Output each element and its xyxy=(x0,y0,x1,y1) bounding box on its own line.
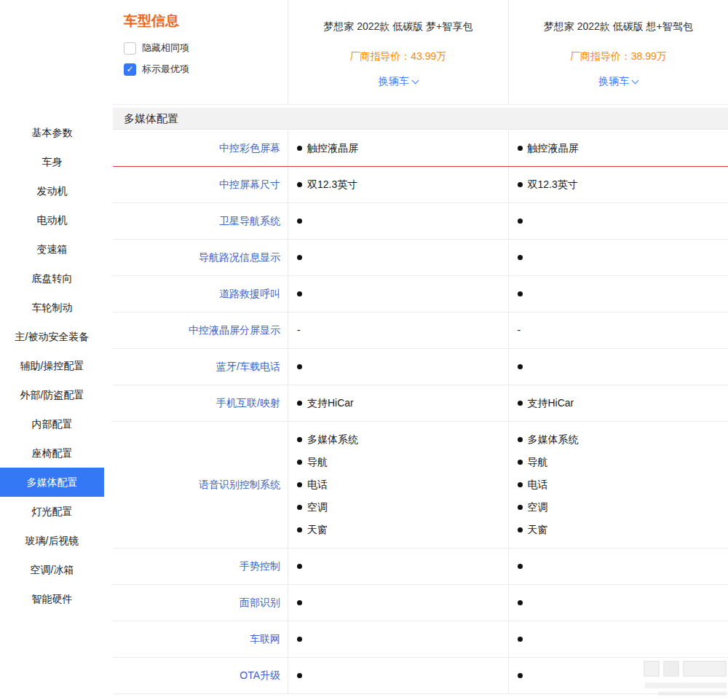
sidebar-item-link[interactable]: 变速箱 xyxy=(0,235,104,264)
bullet-icon xyxy=(297,255,302,260)
spec-label-link[interactable]: 手机互联/映射 xyxy=(113,385,288,421)
spec-label-link[interactable]: 面部识别 xyxy=(113,585,288,621)
table-row: 面部识别 xyxy=(113,585,728,621)
bullet-icon xyxy=(518,460,523,465)
sidebar-item-link[interactable]: 电动机 xyxy=(0,205,104,235)
spec-value-line xyxy=(297,364,502,369)
bullet-icon xyxy=(297,182,302,187)
spec-value-cell: - xyxy=(508,312,728,348)
bullet-icon xyxy=(518,291,523,296)
spec-label-link[interactable]: 车联网 xyxy=(113,621,288,657)
spec-value-line: 导航 xyxy=(297,451,502,473)
bullet-icon xyxy=(297,505,302,510)
change-car-button[interactable]: 换辆车 xyxy=(598,75,638,88)
car-name: 梦想家 2022款 低碳版 想+智驾包 xyxy=(509,20,728,34)
sidebar-item-link[interactable]: 玻璃/后视镜 xyxy=(0,526,104,555)
sidebar-item-link[interactable]: 主/被动安全装备 xyxy=(0,322,104,351)
sidebar-item-link[interactable]: 基本参数 xyxy=(0,118,104,147)
spec-label-link[interactable]: 导航路况信息显示 xyxy=(113,240,288,275)
spec-value-cell xyxy=(508,276,728,312)
spec-value-cell xyxy=(508,585,728,621)
table-row: 中控彩色屏幕触控液晶屏触控液晶屏 xyxy=(113,130,728,167)
sidebar-item-link[interactable]: 灯光配置 xyxy=(0,497,104,526)
spec-table: 中控彩色屏幕触控液晶屏触控液晶屏中控屏幕尺寸双12.3英寸双12.3英寸卫星导航… xyxy=(113,130,728,694)
spec-value-text: 双12.3英寸 xyxy=(307,173,357,196)
spec-value-line: 空调 xyxy=(297,496,502,519)
spec-label-link[interactable]: 中控彩色屏幕 xyxy=(113,130,288,166)
spec-value-line: 双12.3英寸 xyxy=(297,173,502,196)
spec-label-link[interactable]: 语音识别控制系统 xyxy=(113,422,288,548)
mark-best-checkbox[interactable] xyxy=(124,63,136,76)
sidebar-item-link[interactable]: 底盘转向 xyxy=(0,264,104,293)
sidebar-item-link[interactable]: 空调/冰箱 xyxy=(0,555,104,584)
spec-label-link[interactable]: 蓝牙/车载电话 xyxy=(113,349,288,385)
table-row: 中控液晶屏分屏显示-- xyxy=(113,312,728,349)
spec-value-text: 双12.3英寸 xyxy=(528,173,578,196)
sidebar-item-active[interactable]: 多媒体配置 xyxy=(0,468,104,497)
spec-value-line xyxy=(297,600,502,605)
bullet-icon xyxy=(518,255,523,260)
bullet-icon xyxy=(297,600,302,605)
spec-value-text: 导航 xyxy=(528,451,548,473)
bullet-icon xyxy=(518,527,523,532)
sidebar-item-link[interactable]: 辅助/操控配置 xyxy=(0,351,104,380)
spec-value-line xyxy=(518,219,723,224)
spec-value-cell xyxy=(508,203,728,239)
sidebar-item-link[interactable]: 外部/防盗配置 xyxy=(0,380,104,409)
mark-best-label: 标示最优项 xyxy=(142,63,189,76)
bullet-icon xyxy=(518,182,523,187)
spec-value-cell xyxy=(288,349,508,385)
spec-value-cell xyxy=(508,240,728,275)
spec-label-link[interactable]: 中控屏幕尺寸 xyxy=(113,167,288,202)
spec-label-link[interactable]: OTA升级 xyxy=(113,658,288,693)
spec-value-line: - xyxy=(518,319,723,342)
spec-value-cell: 双12.3英寸 xyxy=(288,167,508,202)
bullet-icon xyxy=(518,219,523,224)
spec-value-line: 触控液晶屏 xyxy=(518,137,723,160)
spec-value-line: 电话 xyxy=(518,473,723,496)
bullet-icon xyxy=(518,364,523,369)
car-name: 梦想家 2022款 低碳版 梦+智享包 xyxy=(288,20,508,34)
sidebar-item-link[interactable]: 车轮制动 xyxy=(0,293,104,322)
bullet-icon xyxy=(518,637,523,642)
spec-label-link[interactable]: 中控液晶屏分屏显示 xyxy=(113,312,288,348)
bullet-icon xyxy=(297,460,302,465)
spec-value-line: 触控液晶屏 xyxy=(297,137,502,160)
spec-value-cell xyxy=(288,585,508,621)
table-row: 卫星导航系统 xyxy=(113,203,728,240)
spec-value-cell xyxy=(508,349,728,385)
spec-value-line: 双12.3英寸 xyxy=(518,173,723,196)
spec-value-cell: 触控液晶屏 xyxy=(288,130,508,166)
bullet-icon xyxy=(518,600,523,605)
table-row: 道路救援呼叫 xyxy=(113,276,728,312)
spec-label-link[interactable]: 手势控制 xyxy=(113,548,288,584)
spec-value-line xyxy=(518,600,723,605)
bullet-icon xyxy=(297,564,302,569)
spec-value-line xyxy=(297,564,502,569)
bullet-icon xyxy=(297,637,302,642)
mark-best-checkbox-row: 标示最优项 xyxy=(124,63,288,76)
spec-value-text: 空调 xyxy=(307,496,328,519)
spec-value-text: 空调 xyxy=(528,496,548,519)
spec-value-text: - xyxy=(297,319,301,342)
sidebar-item-link[interactable]: 智能硬件 xyxy=(0,584,104,613)
spec-value-line: 电话 xyxy=(297,473,502,496)
bullet-icon xyxy=(518,673,523,678)
spec-value-text: 天窗 xyxy=(528,519,548,541)
bullet-icon xyxy=(297,673,302,678)
change-car-button[interactable]: 换辆车 xyxy=(379,75,418,88)
sidebar-item-link[interactable]: 车身 xyxy=(0,147,104,176)
sidebar: 基本参数车身发动机电动机变速箱底盘转向车轮制动主/被动安全装备辅助/操控配置外部… xyxy=(0,118,104,613)
spec-value-line: 支持HiCar xyxy=(297,392,502,414)
sidebar-item-link[interactable]: 内部配置 xyxy=(0,409,104,439)
sidebar-item-link[interactable]: 发动机 xyxy=(0,176,104,205)
spec-value-cell xyxy=(288,276,508,312)
spec-label-link[interactable]: 道路救援呼叫 xyxy=(113,276,288,312)
spec-value-cell: 多媒体系统导航电话空调天窗 xyxy=(288,422,508,548)
spec-label-link[interactable]: 卫星导航系统 xyxy=(113,203,288,239)
spec-value-line xyxy=(518,291,723,296)
car-column-1: 梦想家 2022款 低碳版 梦+智享包 厂商指导价：43.99万 换辆车 xyxy=(288,0,508,104)
sidebar-item-link[interactable]: 座椅配置 xyxy=(0,439,104,468)
hide-same-checkbox[interactable] xyxy=(124,42,136,55)
spec-value-cell xyxy=(288,621,508,657)
